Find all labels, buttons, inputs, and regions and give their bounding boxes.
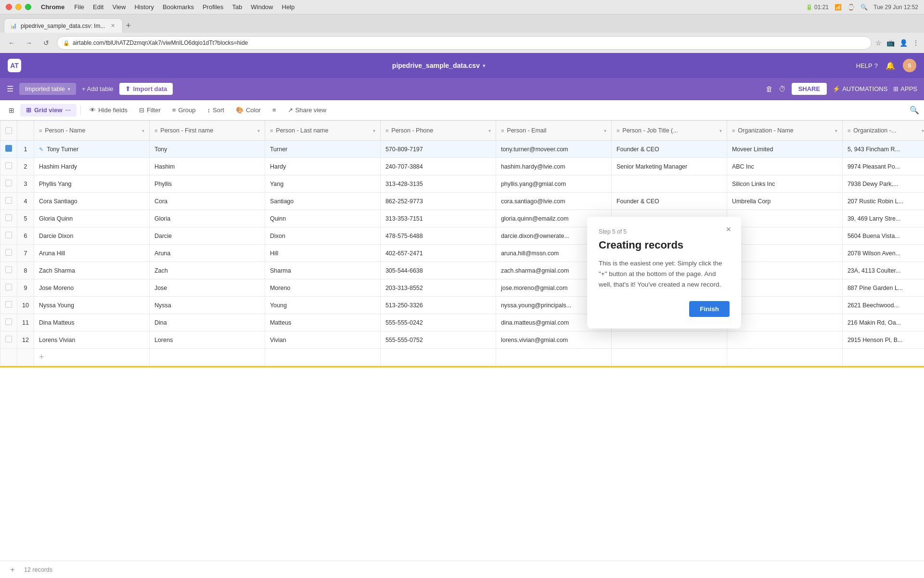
notifications-button[interactable]: 🔔 (886, 61, 895, 70)
column-header-name[interactable]: ≡ Person - Name ▾ (34, 121, 149, 141)
cell-phone[interactable]: 555-555-0752 (380, 331, 496, 349)
cell-lastname[interactable]: Santiago (265, 193, 380, 210)
filter-button[interactable]: ⊟ Filter (134, 104, 166, 116)
column-sort-firstname[interactable]: ▾ (257, 128, 260, 133)
menu-edit[interactable]: Edit (93, 3, 103, 11)
user-avatar[interactable]: S (903, 59, 916, 72)
row-checkbox[interactable] (5, 214, 12, 221)
help-button[interactable]: HELP ? (856, 62, 878, 69)
forward-button[interactable]: → (22, 36, 36, 50)
trash-icon[interactable]: 🗑 (766, 85, 773, 93)
cell-lastname[interactable]: Turner (265, 141, 380, 158)
menu-window[interactable]: Window (251, 3, 273, 11)
row-checkbox-cell[interactable] (0, 210, 17, 227)
cell-name[interactable]: Nyssa Young (34, 297, 149, 314)
cell-name[interactable]: Aruna Hill (34, 245, 149, 262)
cell-orgextra[interactable]: 2078 Wilson Aven... (842, 245, 924, 262)
row-checkbox-cell[interactable] (0, 227, 17, 245)
cell-org[interactable]: Umbrella Corp (727, 193, 842, 210)
cell-firstname[interactable]: Gloria (149, 210, 265, 227)
cell-org[interactable] (727, 262, 842, 279)
cell-orgextra[interactable]: 207 Rustic Robin L... (842, 193, 924, 210)
color-button[interactable]: 🎨 Color (231, 104, 266, 116)
title-chevron-icon[interactable]: ▾ (483, 63, 485, 68)
cell-job[interactable] (611, 175, 727, 193)
row-checkbox[interactable] (5, 145, 12, 152)
cell-email[interactable]: cora.santiago@lvie.com (496, 193, 611, 210)
cell-org[interactable] (727, 227, 842, 245)
cell-orgextra[interactable]: 5, 943 Fincham R... (842, 141, 924, 158)
table-row[interactable]: 8 Zach Sharma Zach Sharma 305-544-6638 z… (0, 262, 924, 279)
cell-firstname[interactable]: Zach (149, 262, 265, 279)
share-view-button[interactable]: ↗ Share view (283, 104, 331, 116)
apps-button[interactable]: ⊞ APPS (893, 85, 917, 92)
cell-phone[interactable]: 862-252-9773 (380, 193, 496, 210)
cell-lastname[interactable]: Vivian (265, 331, 380, 349)
popup-close-button[interactable]: ✕ (723, 223, 734, 235)
table-area[interactable]: ≡ Person - Name ▾ ≡ Person - First name … (0, 120, 924, 561)
add-record-button[interactable]: + (7, 564, 18, 576)
cell-phone[interactable]: 513-250-3326 (380, 297, 496, 314)
row-height-button[interactable]: ≡ (268, 104, 281, 116)
new-tab-button[interactable]: + (126, 21, 131, 31)
hamburger-button[interactable]: ☰ (7, 84, 13, 93)
address-bar[interactable]: 🔒 airtable.com/tblUhATZDzmqnXak7/viwMnIL… (57, 36, 872, 50)
table-tab[interactable]: Imported table ▾ (19, 83, 76, 95)
automations-button[interactable]: ⚡ AUTOMATIONS (833, 85, 887, 92)
row-checkbox[interactable] (5, 284, 12, 290)
row-checkbox-cell[interactable] (0, 245, 17, 262)
row-checkbox-cell[interactable] (0, 141, 17, 158)
column-header-orgextra[interactable]: ≡ Organization -... ▾ (842, 121, 924, 141)
column-header-org[interactable]: ≡ Organization - Name ▾ (727, 121, 842, 141)
row-checkbox-cell[interactable] (0, 158, 17, 175)
cell-orgextra[interactable]: 2915 Henson Pl, B... (842, 331, 924, 349)
column-header-email[interactable]: ≡ Person - Email ▾ (496, 121, 611, 141)
cell-job[interactable]: Founder & CEO (611, 193, 727, 210)
row-checkbox[interactable] (5, 336, 12, 342)
row-checkbox-cell[interactable] (0, 314, 17, 331)
cell-org[interactable] (727, 314, 842, 331)
browser-tab-active[interactable]: 📊 pipedrive_sample_data.csv: Im... ✕ (4, 18, 123, 33)
cell-lastname[interactable]: Hardy (265, 158, 380, 175)
cell-phone[interactable]: 203-313-8552 (380, 279, 496, 297)
cell-org[interactable]: Silicon Links Inc (727, 175, 842, 193)
menu-file[interactable]: File (74, 3, 84, 11)
minimize-window-button[interactable] (15, 4, 22, 10)
add-row[interactable]: + (0, 349, 924, 366)
more-options-icon[interactable]: ⋮ (912, 39, 919, 47)
cell-lastname[interactable]: Dixon (265, 227, 380, 245)
row-expand-icon[interactable]: ✎ (39, 146, 43, 152)
cell-name[interactable]: Lorens Vivian (34, 331, 149, 349)
view-options-button[interactable]: ··· (65, 106, 71, 114)
row-checkbox-cell[interactable] (0, 175, 17, 193)
cell-org[interactable] (727, 279, 842, 297)
tab-close-button[interactable]: ✕ (109, 22, 116, 30)
group-button[interactable]: ≡ Group (167, 104, 201, 116)
cell-orgextra[interactable]: 9974 Pleasant Po... (842, 158, 924, 175)
row-checkbox[interactable] (5, 249, 12, 256)
cell-job[interactable] (611, 331, 727, 349)
cell-org[interactable] (727, 297, 842, 314)
share-button[interactable]: SHARE (792, 83, 827, 95)
row-checkbox[interactable] (5, 318, 12, 325)
cell-orgextra[interactable]: 7938 Dewy Park,... (842, 175, 924, 193)
row-checkbox[interactable] (5, 266, 12, 273)
row-checkbox-cell[interactable] (0, 193, 17, 210)
column-sort-phone[interactable]: ▾ (488, 128, 491, 133)
menu-view[interactable]: View (112, 3, 126, 11)
cell-name[interactable]: Gloria Quinn (34, 210, 149, 227)
add-table-button[interactable]: + Add table (82, 85, 113, 92)
cell-firstname[interactable]: Nyssa (149, 297, 265, 314)
cell-firstname[interactable]: Tony (149, 141, 265, 158)
cell-orgextra[interactable]: 887 Pine Garden L... (842, 279, 924, 297)
cell-name[interactable]: ✎ Tony Turner (34, 141, 149, 158)
finish-button[interactable]: Finish (689, 301, 730, 317)
cell-name[interactable]: Jose Moreno (34, 279, 149, 297)
cell-phone[interactable]: 570-809-7197 (380, 141, 496, 158)
sidebar-expand-button[interactable]: ⊞ (5, 104, 18, 117)
cell-org[interactable] (727, 210, 842, 227)
row-checkbox-cell[interactable] (0, 279, 17, 297)
menu-help[interactable]: Help (282, 3, 295, 11)
table-row[interactable]: 9 Jose Moreno Jose Moreno 203-313-8552 j… (0, 279, 924, 297)
row-checkbox[interactable] (5, 180, 12, 186)
